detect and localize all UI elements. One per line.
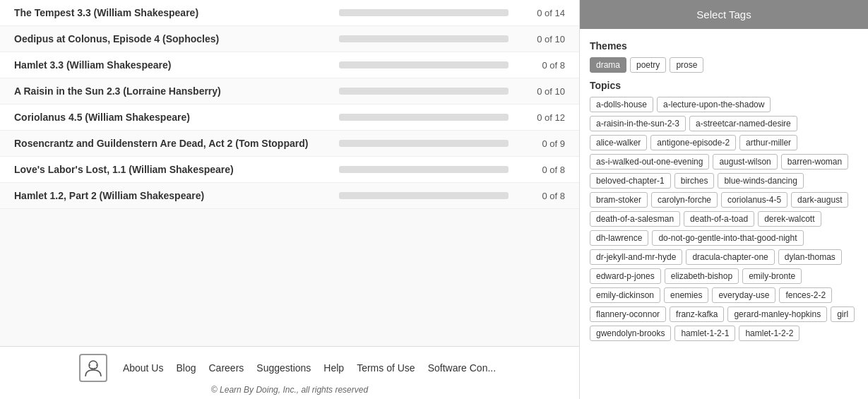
topic-tag[interactable]: arthur-miller	[739, 135, 797, 150]
theme-tag[interactable]: drama	[590, 57, 626, 73]
topic-tag[interactable]: franz-kafka	[670, 306, 724, 322]
topic-tag[interactable]: girl	[831, 306, 855, 322]
right-panel: Select Tags Themes dramapoetryprose Topi…	[579, 0, 868, 399]
progress-label: 0 of 8	[516, 60, 565, 71]
progress-bar	[339, 114, 509, 121]
topic-tag[interactable]: everyday-use	[712, 287, 775, 303]
software-con-link[interactable]: Software Con...	[424, 362, 501, 374]
progress-label: 0 of 12	[516, 112, 565, 123]
topic-tag[interactable]: alice-walker	[590, 135, 647, 150]
blog-link[interactable]: Blog	[172, 362, 200, 374]
course-title: Love's Labor's Lost, 1.1 (William Shakes…	[14, 164, 332, 175]
terms-link[interactable]: Terms of Use	[352, 362, 419, 374]
topic-tag[interactable]: a-lecture-upon-the-shadow	[657, 97, 771, 112]
topic-tag[interactable]: a-raisin-in-the-sun-2-3	[590, 116, 686, 131]
tags-content: Themes dramapoetryprose Topics a-dolls-h…	[580, 29, 868, 399]
topic-tag[interactable]: august-wilson	[713, 154, 777, 169]
topic-tag[interactable]: emily-dickinson	[590, 287, 660, 303]
topic-tag[interactable]: a-streetcar-named-desire	[689, 116, 797, 131]
course-title: Rosencrantz and Guildenstern Are Dead, A…	[14, 138, 332, 149]
topic-tag[interactable]: dr-jekyll-and-mr-hyde	[590, 249, 682, 265]
course-row[interactable]: The Tempest 3.3 (William Shakespeare)0 o…	[0, 0, 579, 26]
progress-label: 0 of 10	[516, 86, 565, 97]
course-row[interactable]: Hamlet 1.2, Part 2 (William Shakespeare)…	[0, 183, 579, 209]
topic-tag[interactable]: blue-winds-dancing	[718, 173, 803, 189]
topic-tag[interactable]: hamlet-1-2-2	[739, 326, 799, 341]
topic-tag[interactable]: dylan-thomas	[778, 249, 842, 265]
left-panel: The Tempest 3.3 (William Shakespeare)0 o…	[0, 0, 579, 399]
progress-bar	[339, 192, 509, 199]
careers-link[interactable]: Careers	[205, 362, 249, 374]
progress-bar	[339, 166, 509, 173]
progress-bar	[339, 140, 509, 147]
course-row[interactable]: Hamlet 3.3 (William Shakespeare)0 of 8	[0, 52, 579, 78]
course-title: Oedipus at Colonus, Episode 4 (Sophocles…	[14, 33, 332, 44]
topic-tag[interactable]: beloved-chapter-1	[590, 173, 671, 189]
course-row[interactable]: Coriolanus 4.5 (William Shakespeare)0 of…	[0, 105, 579, 131]
course-title: The Tempest 3.3 (William Shakespeare)	[14, 7, 332, 18]
course-row[interactable]: Oedipus at Colonus, Episode 4 (Sophocles…	[0, 26, 579, 52]
topic-tag[interactable]: dark-august	[791, 192, 848, 208]
svg-point-1	[89, 364, 90, 366]
topic-tag[interactable]: a-dolls-house	[590, 97, 653, 112]
themes-row: dramapoetryprose	[590, 57, 858, 73]
footer-nav: About Us Blog Careers Suggestions Help T…	[0, 354, 579, 382]
course-list: The Tempest 3.3 (William Shakespeare)0 o…	[0, 0, 579, 346]
avatar	[79, 354, 107, 382]
about-us-link[interactable]: About Us	[119, 362, 168, 374]
progress-label: 0 of 9	[516, 138, 565, 149]
select-tags-header: Select Tags	[580, 0, 868, 29]
course-title: Coriolanus 4.5 (William Shakespeare)	[14, 112, 332, 123]
topic-tag[interactable]: fences-2-2	[779, 287, 832, 303]
topic-tag[interactable]: antigone-episode-2	[650, 135, 736, 150]
topic-tag[interactable]: death-of-a-toad	[684, 211, 754, 227]
progress-bar	[339, 88, 509, 95]
topic-tag[interactable]: barren-woman	[781, 154, 848, 169]
footer: About Us Blog Careers Suggestions Help T…	[0, 346, 579, 399]
suggestions-link[interactable]: Suggestions	[252, 362, 315, 374]
progress-label: 0 of 8	[516, 191, 565, 201]
theme-tag[interactable]: poetry	[630, 57, 666, 73]
topic-tag[interactable]: flannery-oconnor	[590, 306, 666, 322]
progress-label: 0 of 8	[516, 165, 565, 175]
progress-label: 0 of 14	[516, 8, 565, 18]
topic-tag[interactable]: bram-stoker	[590, 192, 648, 208]
topic-tag[interactable]: do-not-go-gentle-into-that-good-night	[652, 230, 803, 246]
topics-row: a-dolls-housea-lecture-upon-the-shadowa-…	[590, 97, 858, 341]
topic-tag[interactable]: death-of-a-salesman	[590, 211, 680, 227]
topic-tag[interactable]: hamlet-1-2-1	[674, 326, 735, 341]
course-title: Hamlet 3.3 (William Shakespeare)	[14, 59, 332, 71]
theme-tag[interactable]: prose	[670, 57, 703, 73]
svg-point-2	[96, 364, 97, 366]
themes-label: Themes	[590, 40, 858, 52]
topic-tag[interactable]: elizabeth-bishop	[665, 268, 739, 284]
copyright: © Learn By Doing, Inc., all rights reser…	[0, 385, 579, 395]
topic-tag[interactable]: dracula-chapter-one	[686, 249, 774, 265]
help-link[interactable]: Help	[319, 362, 348, 374]
topic-tag[interactable]: dh-lawrence	[590, 230, 648, 246]
course-row[interactable]: A Raisin in the Sun 2.3 (Lorraine Hansbe…	[0, 78, 579, 105]
topic-tag[interactable]: edward-p-jones	[590, 268, 661, 284]
progress-bar	[339, 35, 509, 42]
progress-label: 0 of 10	[516, 34, 565, 44]
topic-tag[interactable]: derek-walcott	[758, 211, 821, 227]
course-title: Hamlet 1.2, Part 2 (William Shakespeare)	[14, 190, 332, 201]
topic-tag[interactable]: coriolanus-4-5	[721, 192, 787, 208]
topic-tag[interactable]: as-i-walked-out-one-evening	[590, 154, 709, 169]
course-title: A Raisin in the Sun 2.3 (Lorraine Hansbe…	[14, 85, 332, 97]
progress-bar	[339, 9, 509, 16]
topic-tag[interactable]: enemies	[664, 287, 708, 303]
topic-tag[interactable]: gerard-manley-hopkins	[727, 306, 827, 322]
progress-bar	[339, 61, 509, 69]
topics-label: Topics	[590, 80, 858, 91]
course-row[interactable]: Love's Labor's Lost, 1.1 (William Shakes…	[0, 157, 579, 183]
course-row[interactable]: Rosencrantz and Guildenstern Are Dead, A…	[0, 131, 579, 157]
topic-tag[interactable]: carolyn-forche	[651, 192, 718, 208]
topic-tag[interactable]: gwendolyn-brooks	[590, 326, 671, 341]
topic-tag[interactable]: emily-bronte	[742, 268, 802, 284]
topic-tag[interactable]: birches	[674, 173, 715, 189]
